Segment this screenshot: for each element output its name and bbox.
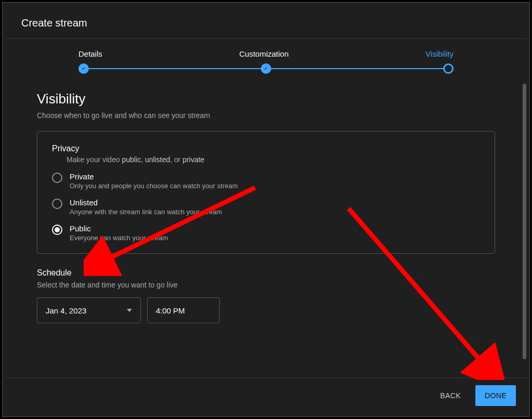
- scrollbar[interactable]: [523, 84, 526, 359]
- check-icon: [263, 66, 269, 72]
- radio-desc: Anyone with the stream link can watch yo…: [70, 208, 222, 216]
- date-value: Jan 4, 2023: [46, 306, 86, 315]
- privacy-title: Privacy: [52, 144, 480, 153]
- step-node-visibility[interactable]: [443, 63, 454, 74]
- schedule-title: Schedule: [37, 268, 495, 278]
- page-subtitle: Choose when to go live and who can see y…: [37, 111, 495, 120]
- schedule-section: Schedule Select the date and time you wa…: [37, 268, 495, 323]
- check-icon: [81, 66, 87, 72]
- chevron-down-icon: [127, 309, 132, 312]
- date-picker[interactable]: Jan 4, 2023: [37, 297, 141, 323]
- radio-icon: [52, 199, 62, 209]
- schedule-subtitle: Select the date and time you want to go …: [37, 281, 495, 289]
- step-details-label[interactable]: Details: [78, 49, 102, 58]
- step-visibility-label[interactable]: Visibility: [425, 49, 454, 58]
- page-title: Visibility: [37, 91, 495, 107]
- content-area: Visibility Choose when to go live and wh…: [6, 81, 526, 377]
- privacy-box: Privacy Make your video public, unlisted…: [37, 131, 495, 254]
- radio-icon: [52, 173, 62, 183]
- dialog-footer: BACK DONE: [6, 377, 526, 413]
- privacy-option-public[interactable]: Public Everyone can watch your stream: [52, 224, 480, 242]
- radio-label: Private: [70, 172, 238, 181]
- time-value: 4:00 PM: [156, 306, 185, 315]
- privacy-option-private[interactable]: Private Only you and people you choose c…: [52, 172, 480, 190]
- radio-label: Public: [70, 224, 168, 233]
- back-button[interactable]: BACK: [431, 385, 470, 406]
- radio-desc: Everyone can watch your stream: [70, 234, 168, 242]
- step-node-details[interactable]: [78, 63, 89, 74]
- radio-label: Unlisted: [70, 198, 222, 207]
- radio-icon: [52, 225, 62, 235]
- privacy-option-unlisted[interactable]: Unlisted Anyone with the stream link can…: [52, 198, 480, 216]
- privacy-subtitle: Make your video public, unlisted, or pri…: [66, 155, 480, 164]
- stepper: Details Customization Visibility: [6, 39, 526, 81]
- create-stream-dialog: Create stream Details Customization Visi…: [6, 6, 526, 413]
- time-picker[interactable]: 4:00 PM: [147, 297, 220, 323]
- dialog-title: Create stream: [21, 17, 511, 29]
- step-customization-label[interactable]: Customization: [239, 49, 288, 58]
- done-button[interactable]: DONE: [475, 385, 516, 406]
- dialog-header: Create stream: [6, 6, 526, 38]
- radio-desc: Only you and people you choose can watch…: [70, 182, 238, 190]
- step-node-customization[interactable]: [261, 63, 271, 74]
